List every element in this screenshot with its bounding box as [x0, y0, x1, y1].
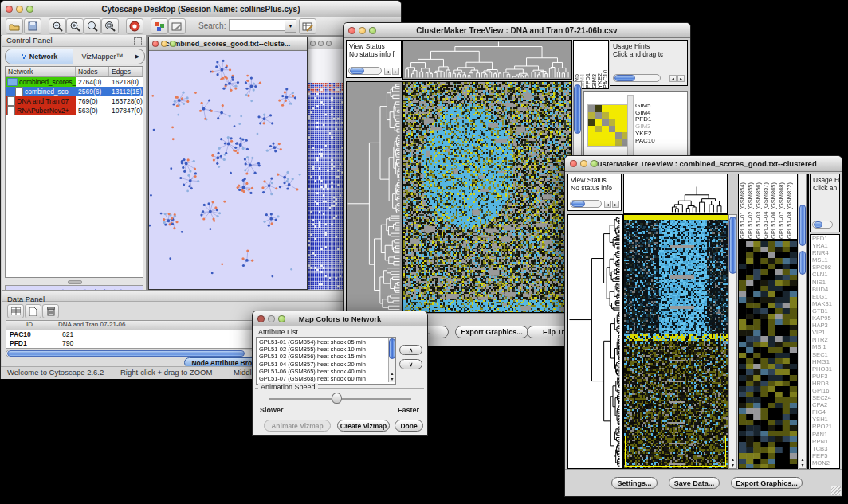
float-panel-icon[interactable] [134, 37, 142, 45]
gene-label[interactable]: NTR2 [811, 336, 839, 343]
tv2-hints-scrollbar[interactable] [812, 221, 833, 229]
tv2-column-dendrogram[interactable] [623, 174, 728, 214]
gene-label[interactable]: SEC1 [811, 351, 839, 358]
gene-label[interactable]: MSI1 [811, 343, 839, 350]
scroll-up-icon[interactable]: ▴ [732, 457, 734, 463]
zoom-window-icon[interactable] [26, 6, 33, 13]
tv2-gene-list[interactable]: PFD1YRA1RNR4MSL1SPC98CLN1NIS1BUD4ELG1MAK… [810, 234, 840, 469]
gene-label[interactable]: GPI16 [811, 387, 839, 394]
help-button[interactable] [126, 18, 143, 34]
create-vizmap-button[interactable]: Create Vizmap [337, 420, 390, 432]
close-icon[interactable] [570, 160, 577, 167]
network-row[interactable]: RNAPuberNov2+ 563(0) 107847(0) [6, 106, 143, 115]
attribute-listbox[interactable]: GPL51-01 (GSM854) heat shock 05 minGPL51… [256, 337, 396, 385]
gene-label[interactable]: SEC24 [811, 394, 839, 401]
scroll-left-icon[interactable]: ◂ [669, 75, 677, 82]
zoom-selected-button[interactable] [84, 18, 101, 34]
attribute-item[interactable]: GPL51-02 (GSM855) heat shock 10 min [257, 346, 387, 353]
dialog-titlebar[interactable]: Map Colors to Network [253, 311, 427, 326]
minimize-icon[interactable] [580, 160, 587, 167]
tv1-mini-heatmap[interactable] [587, 104, 630, 147]
network-view-canvas[interactable] [149, 51, 305, 288]
settings-button[interactable]: Settings... [611, 477, 658, 489]
gene-label[interactable]: NIS1 [811, 279, 839, 286]
zoom-window-icon[interactable] [278, 315, 285, 322]
column-label[interactable]: GPL51-01 (GSM854) [739, 182, 747, 239]
dense-network-canvas[interactable] [307, 81, 347, 290]
frame-zoom-icon[interactable] [170, 41, 176, 47]
column-label[interactable]: GPL51-03 (GSM856) [755, 182, 763, 239]
zoom-window-icon[interactable] [591, 160, 598, 167]
search-input[interactable] [229, 19, 286, 31]
scroll-down-icon[interactable]: ▾ [732, 463, 734, 468]
more-tabs-button[interactable]: ▶ [132, 49, 143, 64]
column-label[interactable]: GPL51-06 (GSM865) [770, 182, 778, 239]
attribute-item[interactable]: GPL51-01 (GSM854) heat shock 05 min [257, 338, 387, 346]
zoom-window-icon[interactable] [369, 27, 376, 34]
speed-slider-thumb[interactable] [332, 393, 342, 404]
gene-label[interactable]: ELG1 [811, 293, 839, 300]
save-button[interactable] [24, 18, 41, 34]
gene-label[interactable]: MSL1 [811, 256, 839, 264]
tv2-column-labels[interactable]: GPL51-01 (GSM854)GPL51-02 (GSM855)GPL51-… [738, 174, 798, 240]
column-label[interactable]: GPL51-08 (GSM872) [786, 182, 794, 239]
tv2-row-dendrogram[interactable] [567, 214, 623, 469]
close-icon[interactable] [257, 315, 265, 322]
network-row[interactable]: DNA and Tran 07 769(0) 183728(0) [6, 96, 143, 106]
tv1-column-dendrogram[interactable] [402, 40, 572, 80]
gene-label[interactable]: FIG4 [811, 408, 839, 416]
scroll-right-icon[interactable]: ▸ [612, 201, 619, 208]
tv2-status-scrollbar[interactable] [570, 200, 602, 208]
zoom-in-button[interactable] [66, 18, 84, 34]
gene-label[interactable]: MAK31 [811, 300, 839, 307]
gene-label[interactable]: RPN1 [811, 438, 839, 445]
main-titlebar[interactable]: Cytoscape Desktop (Session Name: collins… [1, 1, 401, 18]
export-graphics-button[interactable]: Export Graphics... [455, 326, 528, 338]
tv2-global-heatmap[interactable] [623, 214, 728, 469]
column-label[interactable]: GPL51-02 (GSM855) [747, 182, 755, 239]
gene-label[interactable]: RNR4 [811, 249, 839, 256]
close-icon[interactable] [348, 27, 355, 34]
tv2-vscrollbar[interactable]: ▴▾ [728, 214, 737, 469]
save-data-button[interactable]: Save Data... [669, 477, 720, 489]
attribute-select-button[interactable] [7, 304, 24, 318]
gene-label[interactable]: TCB3 [811, 445, 839, 452]
treeview2-titlebar[interactable]: ClusterMaker TreeView : combined_scores_… [565, 156, 842, 172]
gene-label[interactable]: CLN1 [811, 271, 839, 278]
network-list-header[interactable]: Network Nodes Edges [6, 67, 143, 77]
gene-label[interactable]: PAN1 [811, 431, 839, 438]
gene-label[interactable]: PEP5 [811, 452, 839, 459]
attribute-row[interactable]: PAC10 621 [6, 330, 253, 339]
minimize-icon[interactable] [16, 6, 23, 13]
scroll-up-icon[interactable]: ▴ [801, 457, 803, 463]
column-label[interactable]: PAC10 [603, 70, 608, 88]
row-label[interactable]: PAC10 [635, 138, 655, 145]
new-attribute-button[interactable] [25, 304, 41, 318]
scroll-left-icon[interactable]: ◂ [384, 68, 391, 75]
data-panel-hscrollbar[interactable] [6, 350, 254, 357]
frame-minimize-icon[interactable] [161, 41, 167, 47]
tv1-heatmap[interactable] [402, 81, 572, 313]
gene-label[interactable]: GTB1 [811, 307, 839, 315]
gene-label[interactable]: MON2 [811, 459, 839, 467]
gene-label[interactable]: PHO81 [811, 365, 839, 373]
scroll-down-icon[interactable]: ▾ [391, 377, 393, 382]
tv1-row-dendrogram[interactable] [346, 81, 402, 313]
scroll-left-icon[interactable]: ◂ [604, 201, 611, 208]
tv2-zoom-heatmap[interactable] [738, 240, 798, 469]
tv2-right-scrollbar[interactable]: ▴▾ [799, 174, 807, 469]
gene-label[interactable]: VIP1 [811, 329, 839, 336]
listbox-scrollbar[interactable]: ▴▾ [388, 338, 395, 382]
gene-label[interactable]: RPO21 [811, 423, 839, 430]
gene-label[interactable]: KAP95 [811, 315, 839, 322]
minimize-icon[interactable] [268, 315, 275, 322]
gene-label[interactable]: CPA2 [811, 401, 839, 408]
column-label[interactable]: GPL51-07 (GSM868) [778, 182, 786, 239]
tab-vizmapper[interactable]: VizMapper™ [73, 49, 132, 64]
inactive-close-icon[interactable] [310, 41, 316, 46]
resize-grip[interactable] [831, 486, 841, 495]
animate-vizmap-button[interactable]: Animate Vizmap [264, 420, 331, 432]
zoom-out-button[interactable] [49, 18, 66, 34]
export-graphics-button[interactable]: Export Graphics... [731, 477, 803, 489]
scroll-right-icon[interactable]: ▸ [392, 68, 399, 75]
